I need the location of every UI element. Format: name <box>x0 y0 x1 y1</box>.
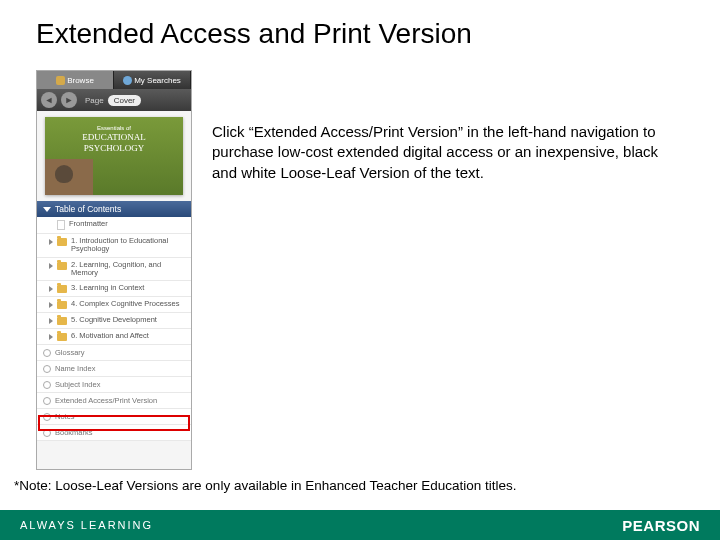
toc-item[interactable]: 4. Complex Cognitive Processes <box>37 297 191 313</box>
folder-icon <box>57 285 67 293</box>
chevron-right-icon <box>49 318 53 324</box>
app-screenshot: Browse My Searches ◄ ► Page Cover Essent… <box>36 70 192 470</box>
folder-icon <box>57 238 67 246</box>
chevron-right-icon <box>49 263 53 269</box>
tab-browse-label: Browse <box>67 76 94 85</box>
footnote: *Note: Loose-Leaf Versions are only avai… <box>14 478 517 493</box>
bullet-icon <box>43 429 51 437</box>
folder-icon <box>57 262 67 270</box>
link-label: Name Index <box>55 364 95 373</box>
link-bookmarks[interactable]: Bookmarks <box>37 425 191 441</box>
cover-title-1: EDUCATIONAL <box>45 133 183 142</box>
chevron-right-icon <box>49 239 53 245</box>
link-subject-index[interactable]: Subject Index <box>37 377 191 393</box>
bullet-icon <box>43 365 51 373</box>
link-list: Glossary Name Index Subject Index Extend… <box>37 345 191 441</box>
toc-label: 2. Learning, Cognition, and Memory <box>71 261 187 278</box>
tagline: ALWAYS LEARNING <box>20 519 153 531</box>
page-field[interactable]: Cover <box>108 95 141 106</box>
bullet-icon <box>43 381 51 389</box>
page-title: Extended Access and Print Version <box>0 0 720 50</box>
toc-list: Frontmatter 1. Introduction to Education… <box>37 217 191 345</box>
folder-icon <box>57 317 67 325</box>
link-label: Notes <box>55 412 75 421</box>
link-extended-access[interactable]: Extended Access/Print Version <box>37 393 191 409</box>
link-name-index[interactable]: Name Index <box>37 361 191 377</box>
book-cover: Essentials of EDUCATIONAL PSYCHOLOGY <box>45 117 183 195</box>
toc-item[interactable]: 1. Introduction to Educational Psycholog… <box>37 234 191 258</box>
link-label: Bookmarks <box>55 428 93 437</box>
link-label: Subject Index <box>55 380 100 389</box>
bullet-icon <box>43 349 51 357</box>
tab-my-searches[interactable]: My Searches <box>114 71 191 89</box>
chevron-right-icon <box>49 286 53 292</box>
cover-photo <box>45 159 93 195</box>
bullet-icon <box>43 413 51 421</box>
cover-pretitle: Essentials of <box>45 125 183 131</box>
toc-item[interactable]: 3. Learning in Context <box>37 281 191 297</box>
instruction-text: Click “Extended Access/Print Version” in… <box>212 70 672 183</box>
document-icon <box>57 220 65 230</box>
back-button[interactable]: ◄ <box>41 92 57 108</box>
search-icon <box>123 76 132 85</box>
content-area: Browse My Searches ◄ ► Page Cover Essent… <box>36 70 684 470</box>
toc-item[interactable]: 5. Cognitive Development <box>37 313 191 329</box>
chevron-down-icon <box>43 207 51 212</box>
toc-label: 6. Motivation and Affect <box>71 332 149 340</box>
toc-item[interactable]: Frontmatter <box>37 217 191 234</box>
bullet-icon <box>43 397 51 405</box>
forward-button[interactable]: ► <box>61 92 77 108</box>
link-label: Extended Access/Print Version <box>55 396 157 405</box>
book-icon <box>56 76 65 85</box>
link-glossary[interactable]: Glossary <box>37 345 191 361</box>
link-label: Glossary <box>55 348 85 357</box>
toc-label: 1. Introduction to Educational Psycholog… <box>71 237 187 254</box>
toc-label: Frontmatter <box>69 220 108 228</box>
toc-header-label: Table of Contents <box>55 204 121 214</box>
toc-item[interactable]: 6. Motivation and Affect <box>37 329 191 345</box>
tab-bar: Browse My Searches <box>37 71 191 89</box>
page-label: Page <box>85 96 104 105</box>
folder-icon <box>57 333 67 341</box>
toc-item[interactable]: 2. Learning, Cognition, and Memory <box>37 258 191 282</box>
chevron-right-icon <box>49 302 53 308</box>
toolbar: ◄ ► Page Cover <box>37 89 191 111</box>
toc-header[interactable]: Table of Contents <box>37 201 191 217</box>
folder-icon <box>57 301 67 309</box>
footer-bar: ALWAYS LEARNING PEARSON <box>0 510 720 540</box>
toc-label: 3. Learning in Context <box>71 284 144 292</box>
tab-browse[interactable]: Browse <box>37 71 114 89</box>
toc-label: 5. Cognitive Development <box>71 316 157 324</box>
link-notes[interactable]: Notes <box>37 409 191 425</box>
toc-label: 4. Complex Cognitive Processes <box>71 300 179 308</box>
chevron-right-icon <box>49 334 53 340</box>
tab-searches-label: My Searches <box>134 76 181 85</box>
brand-logo: PEARSON <box>622 517 700 534</box>
cover-title-2: PSYCHOLOGY <box>45 144 183 153</box>
